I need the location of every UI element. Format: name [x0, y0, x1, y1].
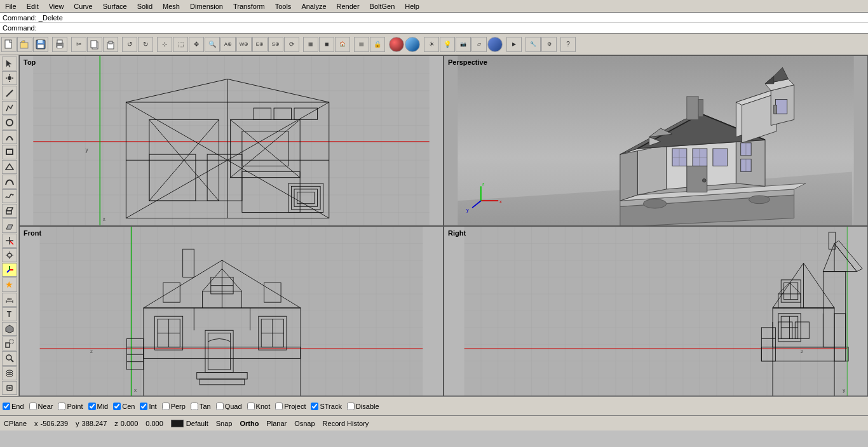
snap-mid-checkbox[interactable]	[88, 403, 96, 410]
snap-point[interactable]: Point	[58, 403, 83, 410]
properties-button[interactable]: ▤	[354, 37, 369, 52]
explode-button[interactable]	[2, 248, 17, 262]
dimension-button[interactable]: dim	[2, 293, 17, 307]
lights-button[interactable]: 💡	[440, 37, 455, 52]
snap-tan-checkbox[interactable]	[191, 403, 198, 410]
save-button[interactable]	[33, 37, 48, 52]
rotate-button[interactable]: ⟳	[284, 37, 299, 52]
snap-mid[interactable]: Mid	[88, 403, 109, 410]
snap-int[interactable]: Int	[140, 403, 156, 410]
menu-view[interactable]: View	[44, 1, 69, 11]
snap-near-checkbox[interactable]	[29, 403, 37, 410]
snap-perp[interactable]: Perp	[162, 403, 186, 410]
render-button[interactable]: ▶	[506, 37, 522, 52]
select-objects-button[interactable]	[2, 57, 17, 70]
zoom-extents-button[interactable]: E⊕	[252, 37, 268, 52]
viewport-right[interactable]: Right	[444, 226, 868, 397]
planar-label[interactable]: Planar	[266, 420, 287, 427]
freeform-curve-button[interactable]	[2, 189, 17, 203]
ground-plane-button[interactable]: ⏥	[471, 37, 487, 52]
viewport-perspective[interactable]: Perspective	[444, 55, 868, 226]
object-snap-lt-button[interactable]	[2, 381, 17, 395]
rendered-button[interactable]: 🏠	[335, 37, 350, 52]
shaded-button[interactable]: ◼	[319, 37, 334, 52]
snap-project[interactable]: Project	[275, 403, 306, 410]
menu-surface[interactable]: Surface	[98, 1, 132, 11]
paste-button[interactable]	[103, 37, 118, 52]
sun-lt-button[interactable]: ★	[2, 277, 17, 291]
env-button[interactable]	[405, 37, 420, 52]
menu-help[interactable]: Help	[400, 1, 424, 11]
trim-button[interactable]	[2, 234, 17, 248]
redo-button[interactable]: ↻	[138, 37, 153, 52]
analyze-lt-button[interactable]	[2, 351, 17, 365]
menu-mesh[interactable]: Mesh	[158, 1, 185, 11]
rectangle-button[interactable]	[2, 145, 17, 159]
command-input-1[interactable]	[63, 14, 865, 22]
menu-dimension[interactable]: Dimension	[185, 1, 228, 11]
snap-quad[interactable]: Quad	[216, 403, 242, 410]
ortho-label[interactable]: Ortho	[240, 420, 259, 427]
boltgen-button[interactable]: 🔧	[526, 37, 541, 52]
snap-toggle[interactable]: Snap	[216, 420, 233, 427]
menu-curve[interactable]: Curve	[69, 1, 97, 11]
menu-file[interactable]: File	[0, 1, 22, 11]
viewport-top[interactable]: Top	[19, 55, 444, 226]
snap-perp-checkbox[interactable]	[162, 403, 170, 410]
snap-project-checkbox[interactable]	[275, 403, 283, 410]
snap-cen[interactable]: Cen	[113, 403, 135, 410]
copy-button[interactable]	[87, 37, 102, 52]
plane-button[interactable]	[2, 160, 17, 174]
zoom-window-button[interactable]: W⊕	[236, 37, 252, 52]
snap-point-checkbox[interactable]	[58, 403, 65, 410]
snap-end-checkbox[interactable]	[3, 403, 10, 410]
window-select-button[interactable]: ⬚	[173, 37, 188, 52]
snap-knot[interactable]: Knot	[247, 403, 271, 410]
viewport-front[interactable]: Front	[19, 226, 444, 397]
snap-disable-checkbox[interactable]	[347, 403, 355, 410]
menu-render[interactable]: Render	[332, 1, 365, 11]
layer-button[interactable]	[2, 366, 17, 380]
polyline-button[interactable]	[2, 101, 17, 115]
arc-button[interactable]	[2, 130, 17, 144]
command-input-2[interactable]	[37, 24, 865, 32]
color-section[interactable]: Default	[171, 420, 208, 427]
snap-strack-checkbox[interactable]	[311, 403, 318, 410]
lock-button[interactable]: 🔒	[370, 37, 385, 52]
menu-edit[interactable]: Edit	[22, 1, 44, 11]
record-history-section[interactable]: Record History	[323, 420, 369, 427]
snap-knot-checkbox[interactable]	[247, 403, 255, 410]
planar-toggle[interactable]: Planar	[266, 420, 287, 427]
undo-button[interactable]: ↺	[122, 37, 137, 52]
menu-transform[interactable]: Transform	[228, 1, 270, 11]
ortho-toggle[interactable]: Ortho	[240, 420, 259, 427]
osnap-toggle[interactable]: Osnap	[294, 420, 315, 427]
surface-button[interactable]	[2, 218, 17, 232]
material-button[interactable]	[389, 37, 404, 52]
gumball-button[interactable]	[2, 263, 17, 277]
snap-int-checkbox[interactable]	[140, 403, 147, 410]
curve-button[interactable]	[2, 175, 17, 189]
snap-tan[interactable]: Tan	[191, 403, 211, 410]
zoom-selected-button[interactable]: S⊕	[268, 37, 283, 52]
osnap-label[interactable]: Osnap	[294, 420, 315, 427]
menu-boltgen[interactable]: BoltGen	[365, 1, 400, 11]
menu-solid[interactable]: Solid	[132, 1, 158, 11]
menu-tools[interactable]: Tools	[270, 1, 297, 11]
snap-cen-checkbox[interactable]	[113, 403, 121, 410]
text-button[interactable]: T	[2, 307, 17, 321]
select-point-button[interactable]	[2, 71, 17, 85]
line-button[interactable]	[2, 86, 17, 100]
record-history-label[interactable]: Record History	[323, 420, 369, 427]
snap-end[interactable]: End	[3, 403, 24, 410]
solid-button[interactable]	[2, 322, 17, 336]
circle-button[interactable]	[2, 116, 17, 130]
boltgen2-button[interactable]: ⚙	[541, 37, 557, 52]
snap-disable[interactable]: Disable	[347, 403, 379, 410]
snap-strack[interactable]: STrack	[311, 403, 341, 410]
snap-quad-checkbox[interactable]	[216, 403, 224, 410]
snap-near[interactable]: Near	[29, 403, 53, 410]
display-mode-button[interactable]: ▦	[303, 37, 318, 52]
help-button[interactable]: ?	[560, 37, 576, 52]
extrude-button[interactable]	[2, 204, 17, 218]
